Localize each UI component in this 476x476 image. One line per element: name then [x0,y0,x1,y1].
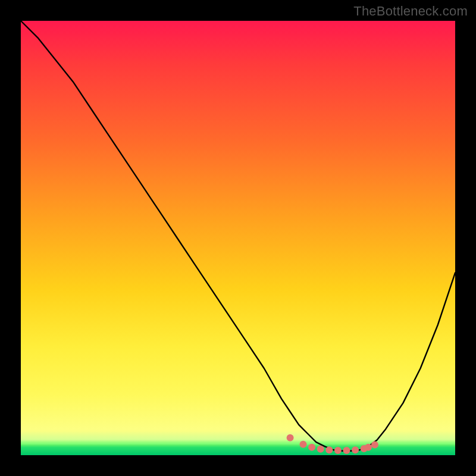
valley-dot [343,447,350,454]
valley-dot [365,444,372,451]
bottleneck-chart-svg [21,21,455,455]
watermark-text: TheBottleneck.com [353,4,468,19]
valley-dot [371,441,378,448]
valley-dot [287,434,294,441]
valley-dot [317,446,324,453]
chart-frame: TheBottleneck.com [0,0,476,476]
valley-dot [300,441,307,448]
valley-dot [352,446,359,453]
bottleneck-curve-line [21,21,455,451]
valley-dot [325,446,333,453]
valley-marker-dots [287,434,378,454]
valley-dot [334,447,342,454]
valley-dot [308,444,315,451]
